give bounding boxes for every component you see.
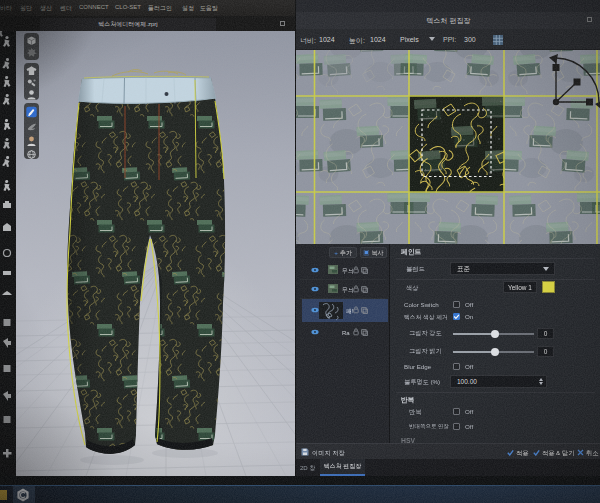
svg-text:Ra: Ra (342, 330, 350, 336)
svg-text:무늬: 무늬 (342, 287, 354, 293)
svg-text:무늬: 무늬 (342, 268, 354, 274)
svg-text:패!: 패! (346, 308, 354, 314)
